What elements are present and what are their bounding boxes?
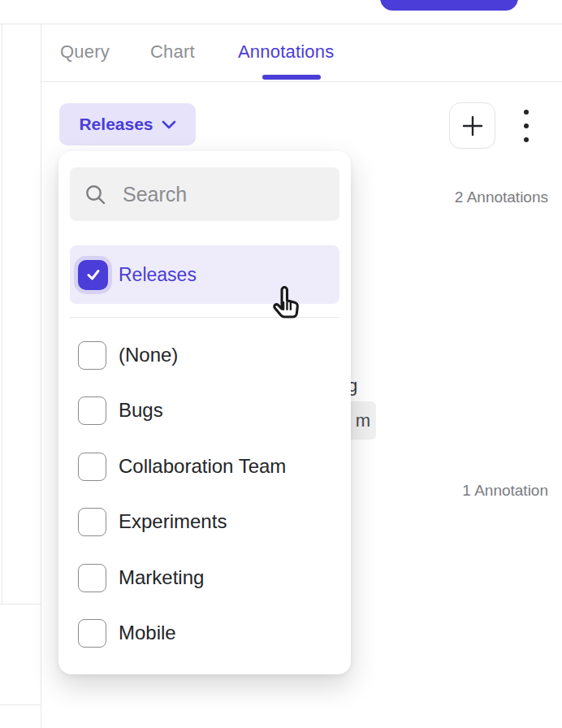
filter-button-label: Releases [79,115,153,134]
primary-action-button[interactable] [380,0,518,11]
unchecked-checkbox[interactable] [78,341,106,370]
option-label: (None) [119,344,178,366]
unchecked-checkbox[interactable] [78,396,106,425]
option-label: Releases [119,264,197,286]
releases-filter-button[interactable]: Releases [59,103,196,145]
chevron-down-icon [162,119,176,129]
unchecked-checkbox[interactable] [78,508,106,536]
content-left-border [41,24,41,728]
annotation-count-bottom: 1 Annotation [462,482,548,500]
kebab-dot [524,124,529,128]
option-releases[interactable]: Releases [70,245,339,304]
option-marketing[interactable]: Marketing [58,550,351,605]
plus-icon [460,113,486,139]
kebab-dot [524,137,529,142]
dropdown-divider [70,317,339,318]
left-strip-divider-2 [0,704,41,705]
tab-annotations[interactable]: Annotations [238,41,334,63]
option-collaboration-team[interactable]: Collaboration Team [58,439,351,494]
option-label: Collaboration Team [119,455,286,478]
unchecked-checkbox[interactable] [78,564,106,592]
annotations-screen: Query Chart Annotations Releases 2 Annot… [0,0,562,728]
option-none[interactable]: (None) [58,327,351,383]
option-label: Mobile [119,622,176,644]
tab-query[interactable]: Query [60,41,110,63]
option-label: Experiments [119,510,227,533]
add-annotation-button[interactable] [449,102,495,149]
search-icon [84,184,106,206]
left-edge-line [2,24,2,604]
option-experiments[interactable]: Experiments [58,494,351,549]
search-input[interactable] [121,182,311,207]
option-mobile[interactable]: Mobile [58,605,351,661]
kebab-dot [524,110,529,115]
top-divider [0,24,562,24]
releases-dropdown-panel: Releases (None) Bugs Collaboration Team … [58,151,351,674]
search-field[interactable] [70,167,339,221]
unchecked-checkbox[interactable] [78,453,106,481]
option-bugs[interactable]: Bugs [58,383,351,438]
active-tab-indicator [262,75,321,80]
checked-checkbox[interactable] [78,260,108,290]
unchecked-checkbox[interactable] [78,619,106,648]
option-label: Bugs [119,399,163,422]
annotation-count-top: 2 Annotations [455,188,548,206]
option-label: Marketing [119,566,204,589]
more-options-button[interactable] [518,110,534,142]
left-strip-divider-1 [0,604,41,604]
tab-chart[interactable]: Chart [150,41,195,63]
tabs-bottom-divider [41,81,562,82]
